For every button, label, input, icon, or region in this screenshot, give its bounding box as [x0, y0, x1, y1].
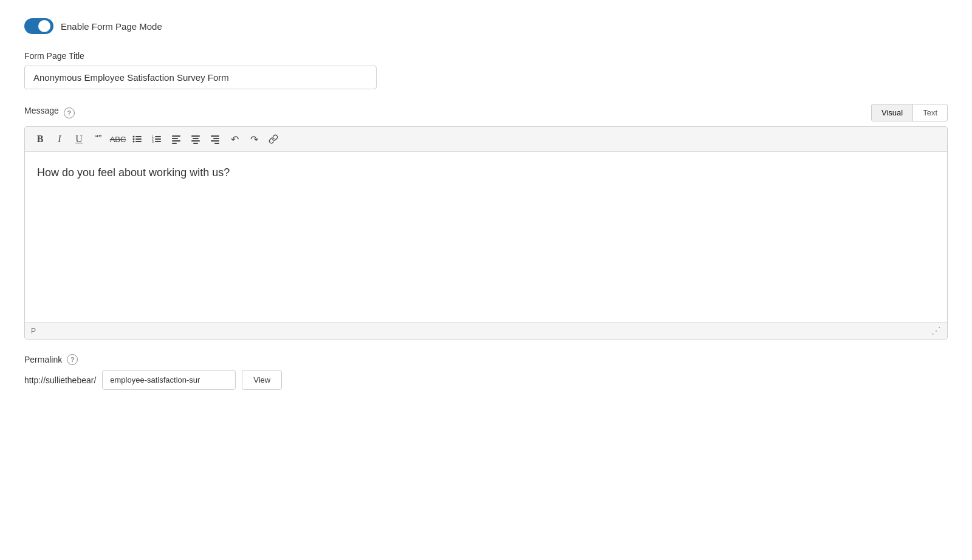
editor-wrapper: B I U “” ABC 1. 2. — [24, 126, 948, 340]
tab-text[interactable]: Text — [912, 104, 948, 121]
permalink-help-icon[interactable]: ? — [67, 354, 78, 365]
svg-rect-16 — [191, 135, 200, 137]
toolbar-bold-button[interactable]: B — [31, 131, 49, 148]
toolbar-redo-button[interactable]: ↷ — [245, 131, 263, 148]
svg-rect-23 — [214, 143, 219, 144]
editor-content[interactable]: How do you feel about working with us? — [25, 152, 947, 322]
message-label: Message — [24, 106, 59, 115]
permalink-base-url: http://sulliethebear/ — [24, 375, 96, 385]
svg-point-0 — [133, 136, 135, 138]
toolbar-align-right-button[interactable] — [206, 131, 224, 148]
svg-rect-15 — [172, 143, 177, 144]
form-page-title-group: Form Page Title — [24, 51, 948, 89]
svg-rect-20 — [211, 135, 219, 137]
svg-rect-3 — [135, 138, 142, 140]
toolbar-unordered-list-button[interactable] — [128, 131, 146, 148]
editor-resize-handle[interactable]: ⋰ — [931, 325, 941, 336]
svg-rect-19 — [193, 143, 198, 144]
svg-rect-17 — [193, 138, 199, 139]
editor-footer: P ⋰ — [25, 322, 947, 339]
svg-rect-9 — [155, 138, 161, 140]
permalink-row: http://sulliethebear/ View — [24, 370, 948, 390]
svg-rect-13 — [172, 138, 178, 139]
toolbar-underline-button[interactable]: U — [70, 131, 88, 148]
permalink-slug-input[interactable] — [102, 370, 236, 390]
svg-rect-21 — [213, 138, 219, 139]
svg-rect-5 — [135, 141, 142, 142]
svg-rect-22 — [211, 140, 219, 142]
toolbar-align-center-button[interactable] — [187, 131, 205, 148]
editor-toolbar: B I U “” ABC 1. 2. — [25, 127, 947, 152]
message-help-icon[interactable]: ? — [64, 108, 75, 118]
toolbar-ordered-list-button[interactable]: 1. 2. 3. — [148, 131, 166, 148]
form-page-title-label: Form Page Title — [24, 51, 948, 61]
svg-rect-11 — [155, 141, 161, 142]
message-group: Message ? Visual Text B I U “” ABC — [24, 104, 948, 340]
permalink-label-row: Permalink ? — [24, 354, 948, 365]
svg-text:3.: 3. — [152, 140, 154, 143]
tab-visual[interactable]: Visual — [871, 104, 913, 121]
message-label-group: Message ? — [24, 106, 75, 120]
toolbar-strikethrough-button[interactable]: ABC — [109, 131, 127, 148]
toolbar-align-left-button[interactable] — [167, 131, 185, 148]
svg-point-4 — [133, 141, 135, 143]
form-page-title-input[interactable] — [24, 66, 377, 89]
svg-point-2 — [133, 138, 135, 140]
svg-rect-7 — [155, 136, 161, 137]
form-page-mode-toggle[interactable] — [24, 18, 53, 34]
permalink-group: Permalink ? http://sulliethebear/ View — [24, 354, 948, 390]
svg-rect-14 — [172, 140, 180, 142]
toolbar-link-button[interactable] — [264, 131, 282, 148]
toolbar-blockquote-button[interactable]: “” — [89, 131, 108, 148]
message-header: Message ? Visual Text — [24, 104, 948, 121]
editor-tag-indicator: P — [31, 327, 36, 335]
svg-rect-1 — [135, 136, 142, 137]
svg-rect-12 — [172, 135, 180, 137]
enable-form-page-mode-row: Enable Form Page Mode — [24, 18, 948, 34]
permalink-view-button[interactable]: View — [242, 370, 282, 390]
editor-view-tabs: Visual Text — [871, 104, 948, 121]
toolbar-italic-button[interactable]: I — [50, 131, 69, 148]
toggle-label: Enable Form Page Mode — [61, 21, 162, 32]
svg-rect-18 — [191, 140, 200, 142]
toolbar-undo-button[interactable]: ↶ — [225, 131, 244, 148]
